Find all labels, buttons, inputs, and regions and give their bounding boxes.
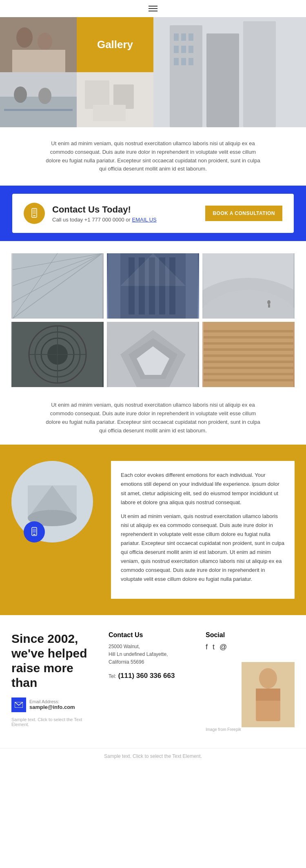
svg-rect-62 <box>204 330 293 332</box>
svg-rect-65 <box>204 348 293 351</box>
svg-rect-17 <box>188 58 193 65</box>
arch-img-6 <box>202 322 295 387</box>
phone-icon-circle <box>24 203 45 224</box>
contact-tel: Tel: (111) 360 336 663 <box>109 670 197 681</box>
svg-point-47 <box>267 300 271 304</box>
svg-rect-48 <box>268 304 270 308</box>
svg-rect-4 <box>12 50 65 72</box>
arch-gallery-section <box>0 241 306 391</box>
contact-text-block: Contact Us Today! Call us today +1 777 0… <box>52 204 198 223</box>
footer-col-1: Since 2002, we've helped raise more than… <box>11 631 100 732</box>
svg-rect-29 <box>33 209 36 214</box>
email-us-link[interactable]: EMAIL US <box>132 217 157 223</box>
svg-point-2 <box>16 27 33 48</box>
phone-circle-icon <box>24 521 45 542</box>
contact-banner: Contact Us Today! Call us today +1 777 0… <box>0 186 306 241</box>
navbar <box>0 0 306 17</box>
text-block-2: Ut enim ad minim veniam, quis nostrud ex… <box>0 391 306 445</box>
facebook-icon[interactable]: f <box>206 643 208 651</box>
contact-call-text: Call us today +1 777 000 0000 or EMAIL U… <box>52 217 198 223</box>
social-icons-row: f t @ <box>206 643 295 651</box>
text-content-2: Ut enim ad minim veniam, quis nostrud ex… <box>45 401 261 435</box>
gallery-cell-white-obj <box>77 72 153 127</box>
svg-point-80 <box>259 668 277 689</box>
arch-img-3 <box>202 253 295 319</box>
book-consultation-button[interactable]: BOOK A CONSULTATION <box>205 206 282 221</box>
svg-point-3 <box>38 33 52 51</box>
twitter-icon[interactable]: t <box>213 643 215 651</box>
gallery-label: Gallery <box>77 17 153 72</box>
yellow-right-col: Each color evokes different emotions for… <box>111 461 295 598</box>
yellow-info-section: Each color evokes different emotions for… <box>0 445 306 615</box>
svg-rect-64 <box>204 342 293 345</box>
bottom-caption-text: Sample text. Click to select the Text El… <box>104 753 202 759</box>
arch-img-4 <box>11 322 104 387</box>
svg-rect-8 <box>243 21 276 127</box>
svg-point-21 <box>38 88 51 104</box>
text-content-1: Ut enim ad minim veniam, quis nostrud ex… <box>45 140 261 173</box>
footer-info-section: Since 2002, we've helped raise more than… <box>0 615 306 748</box>
svg-rect-15 <box>174 58 179 65</box>
social-heading: Social <box>206 631 295 639</box>
footer-col-3: Social f t @ Image from Freepik <box>206 631 295 732</box>
svg-rect-12 <box>174 46 179 53</box>
svg-rect-13 <box>181 46 186 53</box>
phone-icon-2 <box>29 527 40 537</box>
svg-rect-76 <box>33 534 35 535</box>
gallery-section: Gallery <box>0 17 306 127</box>
svg-rect-16 <box>181 58 186 65</box>
svg-rect-10 <box>181 33 186 41</box>
yellow-para-1: Each color evokes different emotions for… <box>121 471 285 507</box>
svg-rect-24 <box>85 80 109 109</box>
email-label: Email Address: <box>29 699 75 704</box>
svg-rect-26 <box>93 105 126 121</box>
arch-img-1 <box>11 253 104 319</box>
svg-rect-82 <box>256 689 280 701</box>
arch-img-2 <box>107 253 199 319</box>
image-credit: Image from Freepik <box>206 727 295 732</box>
phone-icon <box>29 208 40 219</box>
contact-title: Contact Us Today! <box>52 204 198 215</box>
gallery-cell-meeting <box>0 72 77 127</box>
gallery-cell-building-ext <box>153 17 306 127</box>
instagram-icon[interactable]: @ <box>220 643 227 651</box>
svg-rect-14 <box>188 46 193 53</box>
svg-rect-22 <box>4 109 73 111</box>
svg-rect-77 <box>33 529 36 533</box>
svg-rect-28 <box>33 215 35 216</box>
text-block-1: Ut enim ad minim veniam, quis nostrud ex… <box>0 127 306 186</box>
svg-rect-66 <box>204 354 293 357</box>
contact-address: 25000 Walnut, Hill Ln undefined Lafayett… <box>109 643 197 666</box>
hamburger-menu[interactable] <box>149 6 157 11</box>
email-info: Email Address: sample@info.com <box>29 699 75 710</box>
svg-rect-7 <box>206 33 239 127</box>
svg-rect-11 <box>188 33 193 41</box>
arch-img-5 <box>107 322 199 387</box>
svg-rect-63 <box>204 336 293 339</box>
footer-caption-1: Sample text. Click to select the Text El… <box>11 717 100 727</box>
yellow-para-2: Ut enim ad minim veniam, quis nostrud ex… <box>121 512 285 584</box>
svg-rect-70 <box>204 379 293 381</box>
svg-rect-68 <box>204 367 293 369</box>
svg-rect-19 <box>0 97 77 127</box>
svg-point-20 <box>14 86 27 103</box>
contact-us-heading: Contact Us <box>109 631 197 639</box>
email-value: sample@info.com <box>29 704 75 710</box>
email-icon <box>11 698 26 712</box>
footer-col-2: Contact Us 25000 Walnut, Hill Ln undefin… <box>109 631 197 732</box>
person-image <box>242 662 295 727</box>
svg-rect-69 <box>204 373 293 375</box>
footer-heading: Since 2002, we've helped raise more than <box>11 631 100 690</box>
yellow-left-col <box>11 461 101 542</box>
gallery-cell-1 <box>0 17 77 72</box>
svg-rect-67 <box>204 361 293 363</box>
svg-rect-9 <box>174 33 179 41</box>
email-row: Email Address: sample@info.com <box>11 698 100 712</box>
bottom-caption: Sample text. Click to select the Text El… <box>0 748 306 764</box>
